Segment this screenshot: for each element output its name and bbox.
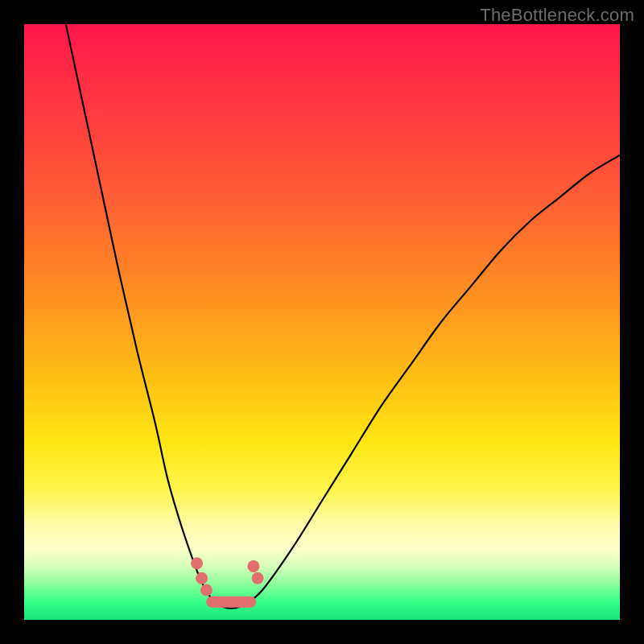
plot-area: [24, 24, 620, 620]
marker-dot: [196, 572, 208, 584]
marker-dot: [252, 572, 264, 584]
curves-layer: [24, 24, 620, 620]
marker-dot: [247, 560, 259, 572]
curve-right-branch: [245, 155, 620, 605]
watermark-text: TheBottleneck.com: [480, 5, 634, 26]
curve-left-branch: [66, 24, 218, 605]
marker-dots: [191, 557, 263, 596]
marker-dot: [200, 584, 213, 597]
marker-dot: [191, 557, 203, 569]
chart-frame: TheBottleneck.com: [0, 0, 644, 644]
